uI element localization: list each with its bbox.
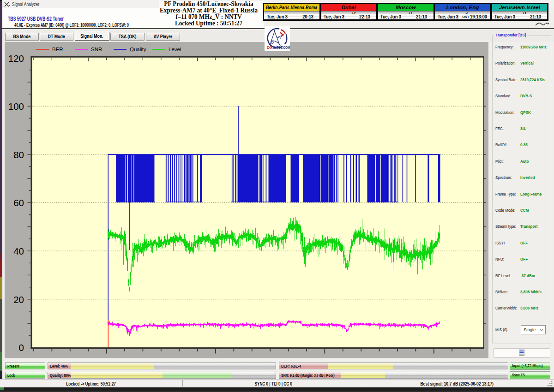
svg-text:DX: DX [267, 45, 273, 50]
svg-text:SATCS.COM: SATCS.COM [273, 45, 290, 50]
